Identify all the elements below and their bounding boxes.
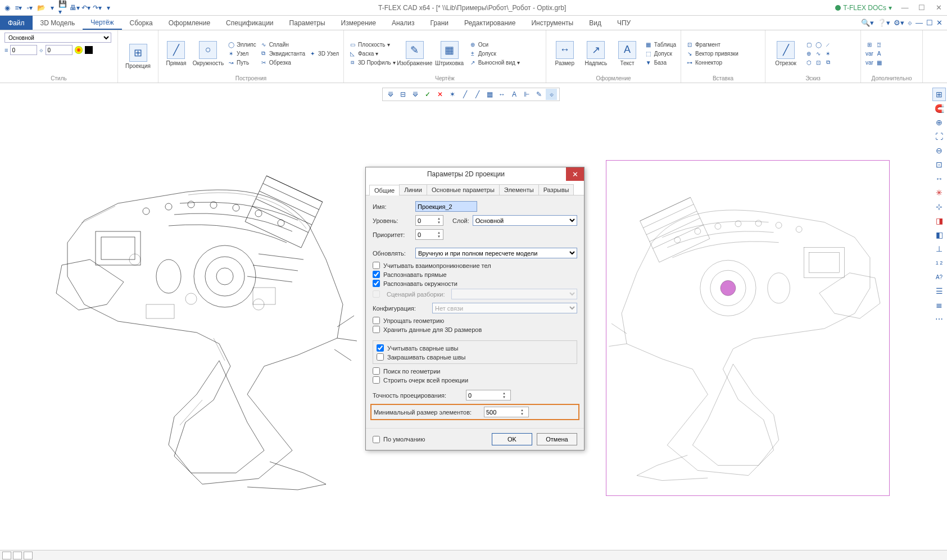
rs-constr-icon[interactable]: ⊥ xyxy=(932,242,946,256)
ct8-icon[interactable]: ╱ xyxy=(472,89,483,100)
rib-max-icon[interactable]: — xyxy=(916,19,923,27)
rs-zoomout-icon[interactable]: ⊖ xyxy=(932,144,946,157)
cb-default[interactable] xyxy=(373,436,380,443)
rs-tree-icon[interactable]: ☰ xyxy=(932,284,946,298)
sk1-button[interactable]: ▢◯⟋ xyxy=(805,40,832,48)
sk3-button[interactable]: ⬡⊡⧉ xyxy=(805,58,832,66)
cancel-button[interactable]: Отмена xyxy=(537,433,577,445)
cb-interpen[interactable] xyxy=(373,262,380,269)
color2-swatch[interactable] xyxy=(85,46,93,54)
cb-outline[interactable] xyxy=(373,376,380,384)
path-button[interactable]: ↝Путь xyxy=(227,58,256,66)
tab-analysis[interactable]: Анализ xyxy=(384,16,423,30)
tab-design[interactable]: Оформление xyxy=(161,16,218,30)
tab-faces[interactable]: Грани xyxy=(422,16,456,30)
ct2-icon[interactable]: ⊟ xyxy=(397,89,409,100)
rs-dim-icon[interactable]: ↔ xyxy=(932,172,946,185)
maximize-button[interactable]: ☐ xyxy=(913,2,930,13)
rs-ortho-icon[interactable]: ⊹ xyxy=(932,200,946,213)
print-icon[interactable]: 🖶▾ xyxy=(70,3,80,13)
tab-file[interactable]: Файл xyxy=(0,16,33,30)
search-icon[interactable]: 🔍▾ xyxy=(861,19,874,27)
redo-icon[interactable]: ↷▾ xyxy=(92,3,102,13)
dlg-tab-general[interactable]: Общие xyxy=(369,185,400,195)
save-icon[interactable]: 💾▾ xyxy=(58,3,69,13)
dlg-tab-elements[interactable]: Элементы xyxy=(499,184,539,195)
rs-cube2-icon[interactable]: ◧ xyxy=(932,228,946,242)
node-button[interactable]: ✶Узел xyxy=(227,49,256,57)
min-spinner[interactable]: ▲▼ xyxy=(484,407,529,417)
ct4-icon[interactable]: ✓ xyxy=(422,89,433,100)
level-spinner[interactable]: ▲▼ xyxy=(415,215,443,226)
tab-drawing[interactable]: Чертёж xyxy=(83,16,121,30)
dtol-button[interactable]: ±Допуск xyxy=(469,49,520,57)
chamf-button[interactable]: ◺Фаска ▾ xyxy=(348,49,396,57)
ex2-button[interactable]: varA xyxy=(866,49,883,57)
hatch-button[interactable]: ▦Штриховка xyxy=(434,41,465,66)
tab-edit[interactable]: Редактирование xyxy=(456,16,523,30)
prec-spinner[interactable]: ▲▼ xyxy=(466,390,511,400)
ct9-icon[interactable]: ▦ xyxy=(484,89,495,100)
image-button[interactable]: ✎Изображение xyxy=(399,41,431,66)
note-button[interactable]: ↗Надпись xyxy=(582,41,610,66)
rib-min-icon[interactable]: ⟐ xyxy=(908,19,912,27)
style-n1[interactable] xyxy=(10,45,37,55)
spline-button[interactable]: ∿Сплайн xyxy=(260,40,305,48)
equi-button[interactable]: ⧉Эквидистанта xyxy=(260,49,305,57)
tab-tools[interactable]: Инструменты xyxy=(523,16,581,30)
plane-button[interactable]: ▭Плоскость ▾ xyxy=(348,40,396,48)
ex3-button[interactable]: var▦ xyxy=(866,58,883,66)
line-style-icon[interactable]: ≡ xyxy=(4,47,8,53)
settings-icon[interactable]: ⚙▾ xyxy=(894,19,904,27)
status-view2[interactable] xyxy=(13,552,22,559)
tab-params[interactable]: Параметры xyxy=(282,16,333,30)
ct11-icon[interactable]: A xyxy=(509,89,520,100)
rs-grid-icon[interactable]: ⊞ xyxy=(932,88,946,101)
line-weight-icon[interactable]: ⟐ xyxy=(39,47,43,53)
ct13-icon[interactable]: ✎ xyxy=(533,89,545,100)
upd-select[interactable]: Вручную и при полном пересчете модели xyxy=(415,248,577,258)
ex1-button[interactable]: ⊞⍰ xyxy=(866,40,883,48)
ct1-icon[interactable]: ⟱ xyxy=(385,89,396,100)
ct3-icon[interactable]: ⟱ xyxy=(410,89,421,100)
seg-button[interactable]: ╱Отрезок xyxy=(770,41,801,66)
rs-12-icon[interactable]: 1 2 xyxy=(932,256,946,270)
minimize-button[interactable]: — xyxy=(896,2,913,13)
ct14-icon[interactable]: ⟐ xyxy=(546,89,557,100)
cb-geom[interactable] xyxy=(373,367,380,375)
dlg-tab-mainparams[interactable]: Основные параметры xyxy=(427,184,500,195)
trim-button[interactable]: ✂Обрезка xyxy=(260,58,305,66)
circle-button[interactable]: ○Окружность xyxy=(193,41,224,66)
open-icon[interactable]: 📂 xyxy=(36,3,46,13)
status-view1[interactable] xyxy=(2,552,11,559)
ct6-icon[interactable]: ✶ xyxy=(447,89,458,100)
ok-button[interactable]: OK xyxy=(492,433,532,445)
app-icon[interactable]: ◉ xyxy=(2,3,12,13)
prof-button[interactable]: ⧈3D Профиль ▾ xyxy=(348,58,396,66)
cb-simplify[interactable] xyxy=(373,317,380,324)
n3d-button[interactable]: ✦3D Узел xyxy=(309,49,339,57)
status-view3[interactable] xyxy=(24,552,33,559)
style-n2[interactable] xyxy=(46,45,73,55)
rib-rest-icon[interactable]: ☐ xyxy=(926,19,933,27)
layer-select[interactable]: Основной xyxy=(473,215,577,226)
rs-layers-icon[interactable]: ≣ xyxy=(932,298,946,312)
db-icon[interactable]: ▾ xyxy=(47,3,57,13)
leader-button[interactable]: ↗Выносной вид ▾ xyxy=(469,58,520,66)
menu-icon[interactable]: ≡▾ xyxy=(13,3,24,13)
prio-spinner[interactable]: ▲▼ xyxy=(415,229,443,240)
rs-zoomsel-icon[interactable]: ⊡ xyxy=(932,158,946,171)
close-button[interactable]: ✕ xyxy=(930,2,947,13)
dlg-tab-lines[interactable]: Линии xyxy=(399,184,427,195)
atol-button[interactable]: ⬚Допуск xyxy=(645,49,676,57)
text-button[interactable]: AТекст xyxy=(613,41,641,66)
tab-cnc[interactable]: ЧПУ xyxy=(609,16,638,30)
ct5-icon[interactable]: ✕ xyxy=(434,89,446,100)
dim-button[interactable]: ↔Размер xyxy=(551,41,579,66)
cb-fillwelds[interactable] xyxy=(377,353,384,361)
rib-x-icon[interactable]: ✕ xyxy=(936,19,943,27)
undo-icon[interactable]: ↶▾ xyxy=(81,3,91,13)
rs-magnet-icon[interactable]: 🧲 xyxy=(932,102,946,115)
rs-axis-icon[interactable]: ✳ xyxy=(932,186,946,199)
rs-more-icon[interactable]: ⋯ xyxy=(932,312,946,326)
